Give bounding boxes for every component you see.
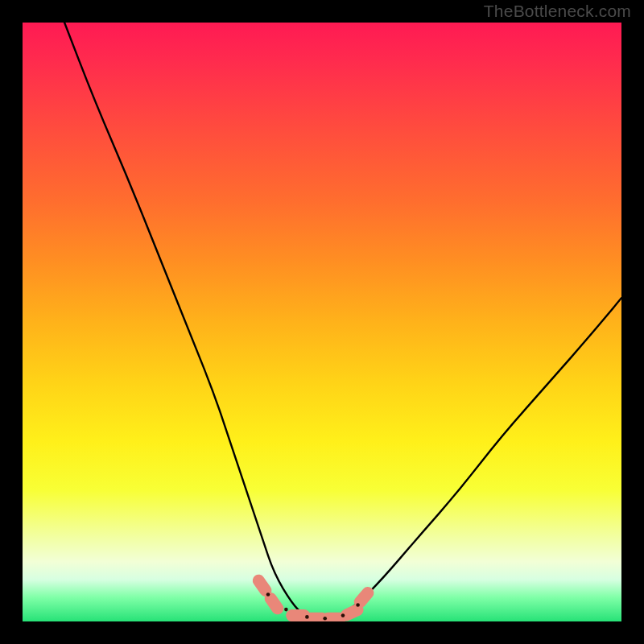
- marker-connector-dot: [266, 592, 270, 597]
- marker-connector-dot: [305, 615, 309, 619]
- bottom-markers: [250, 572, 377, 621]
- watermark-text: TheBottleneck.com: [484, 2, 631, 21]
- plot-area: [23, 23, 621, 621]
- bottleneck-curve: [64, 23, 621, 620]
- marker-connector-dot: [284, 608, 288, 612]
- chart-svg: [23, 23, 621, 621]
- marker-connector-dot: [341, 613, 345, 617]
- chart-frame: TheBottleneck.com: [0, 0, 644, 644]
- marker-connector-dot: [323, 617, 327, 621]
- marker-connector-dot: [356, 603, 360, 607]
